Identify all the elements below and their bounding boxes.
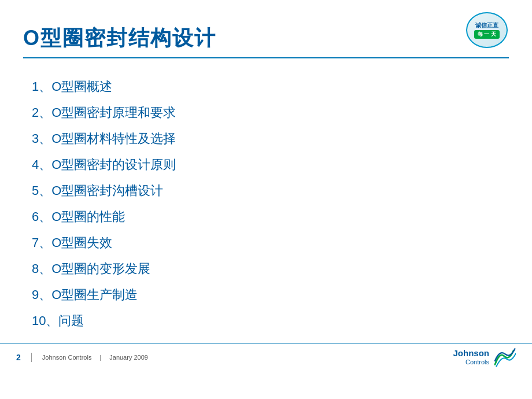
footer-pipe: | (99, 354, 101, 361)
footer-left: 2 Johnson Controls | January 2009 (16, 353, 148, 362)
footer-separator-line (31, 353, 32, 362)
menu-item: 7、O型圈失效 (32, 232, 500, 253)
menu-item: 3、O型圈材料特性及选择 (32, 128, 500, 149)
menu-item: 4、O型圈密封的设计原则 (32, 154, 500, 175)
header-wrapper: O型圈密封结构设计 诚信正直 每 一 天 (0, 0, 532, 53)
menu-item: 5、O型圈密封沟槽设计 (32, 180, 500, 201)
footer: 2 Johnson Controls | January 2009 Johnso… (0, 343, 532, 371)
badge-top-text: 诚信正直 (475, 21, 498, 29)
menu-item: 8、O型圈的变形发展 (32, 258, 500, 279)
jc-logo-name-line2: Controls (466, 359, 489, 365)
jc-logo-name-line1: Johnson (453, 349, 490, 359)
footer-right: Johnson Controls (453, 347, 516, 368)
menu-item: 9、O型圈生产制造 (32, 284, 500, 305)
menu-item: 1、O型圈概述 (32, 76, 500, 97)
jc-wave-icon (493, 347, 516, 368)
top-right-badge: 诚信正直 每 一 天 (464, 10, 510, 50)
badge-bottom-text: 每 一 天 (474, 30, 500, 39)
menu-item: 2、O型圈密封原理和要求 (32, 102, 500, 123)
page-number: 2 (16, 353, 21, 362)
footer-company: Johnson Controls (42, 354, 92, 361)
menu-item: 10、问题 (32, 310, 500, 331)
menu-list: 1、O型圈概述2、O型圈密封原理和要求3、O型圈材料特性及选择4、O型圈密封的设… (32, 76, 500, 331)
badge-circle: 诚信正直 每 一 天 (466, 12, 508, 48)
page-title: O型圈密封结构设计 (23, 24, 216, 53)
footer-date: January 2009 (109, 354, 148, 361)
jc-logo-text: Johnson Controls (453, 349, 490, 365)
content-area: 1、O型圈概述2、O型圈密封原理和要求3、O型圈材料特性及选择4、O型圈密封的设… (0, 58, 532, 343)
menu-item: 6、O型圈的性能 (32, 206, 500, 227)
